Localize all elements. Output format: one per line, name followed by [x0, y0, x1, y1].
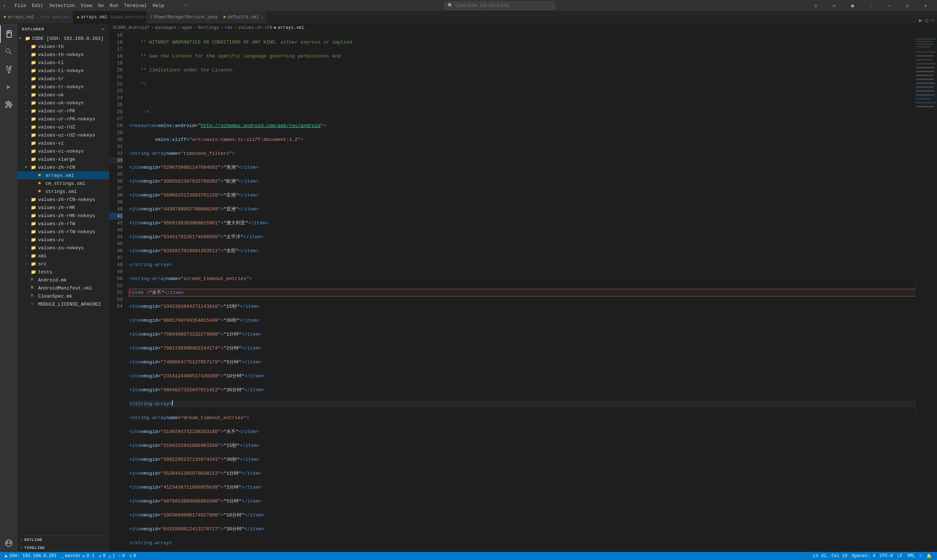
status-language[interactable]: XML — [905, 554, 917, 558]
tab-powermanager[interactable]: J PowerManagerService.java ✕ — [146, 11, 220, 23]
tree-item-android-mk[interactable]: MAndroid.mk — [18, 276, 109, 284]
run-icon[interactable]: ▶ — [919, 17, 922, 23]
account-activity[interactable] — [0, 534, 18, 552]
tab-close-btn[interactable]: ✕ — [261, 15, 263, 19]
search-input[interactable] — [445, 2, 554, 9]
tree-item-values-uk[interactable]: ›📁values-uk — [18, 91, 109, 99]
tree-item-values-uz-rUZ[interactable]: ›📁values-uz-rUZ — [18, 123, 109, 131]
tree-item-tests[interactable]: ›📁tests — [18, 268, 109, 276]
minimize-button[interactable]: — — [881, 0, 897, 11]
tree-item-xml[interactable]: ›📁xml — [18, 252, 109, 260]
tree-item-values-xlarge[interactable]: ›📁values-xlarge — [18, 155, 109, 163]
breadcrumb-part-7[interactable]: arrays.xml — [278, 25, 304, 31]
tree-item-values-zu[interactable]: ›📁values-zu — [18, 236, 109, 244]
tree-item-values-tl[interactable]: ›📁values-tl — [18, 58, 109, 67]
status-cursor[interactable]: Ln 41, Col 18 — [811, 554, 849, 558]
explorer-activity[interactable] — [0, 25, 18, 43]
tree-item-values-ur-rPK-nokeys[interactable]: ›📁values-ur-rPK-nokeys — [18, 115, 109, 123]
code-line: xmlns:xliff="urn:oasis:names:tc:xliff:do… — [129, 136, 915, 143]
breadcrumb-part-6[interactable]: values-zh-rCN — [238, 25, 272, 31]
nav-forward[interactable]: → — [181, 2, 189, 9]
status-deploy[interactable]: ⬇ 0 — [127, 552, 138, 560]
tree-item-values-zh-rHK-nokeys[interactable]: ›📁values-zh-rHK-nokeys — [18, 212, 109, 220]
status-line-ending[interactable]: LF — [895, 554, 905, 558]
status-errors[interactable]: ✕ 0 △ 1 ○ 0 — [97, 552, 127, 560]
tree-item-values-tl-nokeys[interactable]: ›📁values-tl-nokeys — [18, 67, 109, 75]
svg-rect-19 — [916, 106, 934, 107]
tree-item-cleanspec-mk[interactable]: MCleanSpec.mk — [18, 292, 109, 300]
tree-item-values-zh-rTW[interactable]: ›📁values-zh-rTW — [18, 220, 109, 228]
tree-item-values-uk-nokeys[interactable]: ›📁values-uk-nokeys — [18, 99, 109, 107]
code-line: ** See the License for the specific lang… — [129, 53, 915, 60]
tree-item-cm-strings-xml[interactable]: ■cm_strings.xml — [18, 179, 109, 188]
tree-label: values-uz-rUZ-nokeys — [38, 132, 95, 138]
folder-icon: 📁 — [31, 140, 37, 146]
menu-view[interactable]: View — [78, 2, 95, 9]
tree-item-values-zh-rCN[interactable]: ▼📁values-zh-rCN — [18, 163, 109, 171]
menu-help[interactable]: Help — [150, 2, 167, 9]
menu-terminal[interactable]: Terminal — [121, 2, 150, 9]
tree-root[interactable]: ▼ 📁 CODE [SSH: 192.168.0.201] — [18, 34, 109, 43]
tree-item-androidmanifest-xml[interactable]: MAndroidManifest.xml — [18, 284, 109, 292]
tab-arrays-xml-1[interactable]: ■ arrays.xml …/res-overlay/… ✕ — [0, 11, 73, 23]
code-line: <item msgid="2314124409517439288">"10分钟"… — [129, 372, 915, 380]
layout-toggle-1[interactable]: ◻ — [808, 0, 824, 11]
status-spaces[interactable]: Spaces: 4 — [849, 554, 878, 558]
sidebar-options-icon[interactable]: ⋯ — [102, 27, 105, 31]
tree-item-values-ur-rPK[interactable]: ›📁values-ur-rPK — [18, 107, 109, 115]
chevron-icon: › — [25, 109, 31, 113]
tree-item-values-tr-nokeys[interactable]: ›📁values-tr-nokeys — [18, 83, 109, 91]
code-content[interactable]: ** WITHOUT WARRANTIES OR CONDITIONS OF A… — [126, 32, 915, 552]
breadcrumb-part-2[interactable]: packages — [155, 25, 177, 31]
tree-item-values-uz-rUZ-nokeys[interactable]: ›📁values-uz-rUZ-nokeys — [18, 131, 109, 139]
layout-toggle-3[interactable]: ▦ — [844, 0, 861, 11]
tree-item-values-zh-rTW-nokeys[interactable]: ›📁values-zh-rTW-nokeys — [18, 228, 109, 236]
tree-item-values-th-nokeys[interactable]: ›📁values-th-nokeys — [18, 51, 109, 58]
outline-section[interactable]: › OUTLINE — [18, 536, 109, 544]
tree-item-values-th[interactable]: ›📁values-th — [18, 43, 109, 51]
breadcrumb-part-1[interactable]: SC806_Android7 — [113, 25, 150, 31]
restore-button[interactable]: ◻ — [899, 0, 916, 11]
folder-icon: 📁 — [31, 125, 37, 130]
menu-file[interactable]: File — [12, 2, 29, 9]
layout-toggle-2[interactable]: ▭ — [826, 0, 843, 11]
tree-item-values-zh-rCN-nokeys[interactable]: ›📁values-zh-rCN-nokeys — [18, 195, 109, 203]
nav-back[interactable]: ← — [172, 2, 180, 9]
close-button[interactable]: ✕ — [917, 0, 934, 11]
run-debug-activity[interactable]: ▶ — [0, 78, 18, 95]
code-line: <item msgid="5892295237131074341">"30秒"<… — [129, 456, 915, 463]
status-encoding[interactable]: UTF-8 — [878, 554, 895, 558]
layout-customize[interactable]: ⋮ — [862, 0, 879, 11]
menu-go[interactable]: Go — [95, 2, 107, 9]
breadcrumb-part-5[interactable]: res — [225, 25, 233, 31]
breadcrumb-part-4[interactable]: Settings — [198, 25, 219, 31]
tree-item-values-tr[interactable]: ›📁values-tr — [18, 75, 109, 83]
tab-arrays-xml-2[interactable]: ■ arrays.xml SC806_Android7/packages/… ✕ — [73, 11, 146, 23]
folder-icon: 📁 — [31, 197, 37, 202]
timeline-section[interactable]: › TIMELINE — [18, 544, 109, 552]
tree-item-values-vi-nokeys[interactable]: ›📁values-vi-nokeys — [18, 147, 109, 155]
menu-selection[interactable]: Selection — [46, 2, 78, 9]
tree-item-arrays-xml[interactable]: ■arrays.xml — [18, 171, 109, 179]
tree-item-values-vi[interactable]: ›📁values-vi — [18, 139, 109, 147]
tree-item-src[interactable]: ›📁src — [18, 260, 109, 268]
status-ssh[interactable]: ▶ SSH: 192.168.0.201 — [3, 552, 59, 560]
more-tabs-icon[interactable]: ⋯ — [931, 17, 934, 23]
tree-item-strings-xml[interactable]: ■strings.xml — [18, 188, 109, 195]
tree-item-values-zh-rHK[interactable]: ›📁values-zh-rHK — [18, 203, 109, 212]
tab-defaults-xml[interactable]: ■ defaults.xml ✕ — [220, 11, 267, 23]
extensions-activity[interactable] — [0, 95, 18, 113]
status-branch[interactable]: ⎯ master ↻ 0 1 — [59, 552, 97, 560]
menu-edit[interactable]: Edit — [29, 2, 46, 9]
status-feedback[interactable]: ☺ — [917, 554, 924, 558]
svg-rect-5 — [916, 51, 936, 53]
status-notifications[interactable]: 🔔 — [924, 554, 934, 559]
tree-item-values-zu-nokeys[interactable]: ›📁values-zu-nokeys — [18, 244, 109, 252]
menu-run[interactable]: Run — [106, 2, 121, 9]
breadcrumb-part-3[interactable]: apps — [182, 25, 192, 31]
split-editor-icon[interactable]: ◻ — [925, 17, 928, 23]
ssh-icon: ▶ — [5, 554, 8, 559]
source-control-activity[interactable] — [0, 60, 18, 78]
search-activity[interactable] — [0, 43, 18, 60]
tree-item-module-license[interactable]: =MODULE_LICENSE_APACHE2 — [18, 300, 109, 308]
